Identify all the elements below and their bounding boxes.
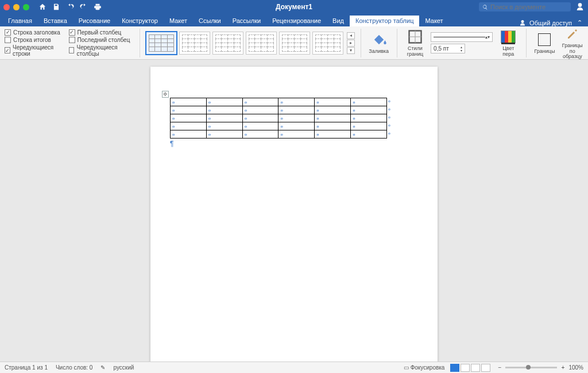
table-style-4[interactable]	[246, 32, 277, 55]
tab-refs[interactable]: Ссылки	[193, 16, 227, 26]
maximize-button[interactable]	[23, 4, 29, 10]
search-box[interactable]	[479, 2, 571, 11]
table-style-6[interactable]	[312, 32, 343, 55]
page-count[interactable]: Страница 1 из 1	[5, 364, 48, 371]
table-cell[interactable]	[315, 130, 351, 139]
table-cell[interactable]	[278, 106, 315, 114]
focus-mode-button[interactable]: ▭ Фокусировка	[404, 364, 445, 371]
line-weight-select[interactable]: 0,5 пт▴▾	[431, 44, 465, 53]
table-cell[interactable]: ¤	[351, 130, 387, 139]
line-style-select[interactable]: ▴▾	[431, 32, 493, 42]
view-print[interactable]	[450, 364, 459, 372]
check-header-row-label: Строка заголовка	[13, 29, 60, 36]
check-total-row[interactable]: Строка итогов	[5, 37, 65, 43]
check-first-col[interactable]: Первый столбец	[69, 29, 134, 36]
language-indicator[interactable]: русский	[113, 364, 134, 371]
pen-color-button[interactable]: Цвет пера	[496, 29, 520, 57]
table-cell[interactable]	[206, 122, 242, 130]
table-cell[interactable]	[278, 114, 315, 122]
table-cell[interactable]	[315, 114, 351, 122]
undo-icon[interactable]	[66, 3, 74, 11]
titlebar: Документ1	[0, 0, 588, 14]
tab-review[interactable]: Рецензирование	[266, 16, 327, 26]
tab-draw[interactable]: Рисование	[73, 16, 116, 26]
tab-design[interactable]: Конструктор	[116, 16, 164, 26]
table-style-2[interactable]	[179, 32, 210, 55]
spellcheck-icon[interactable]: ✎	[100, 364, 105, 371]
border-painter-button[interactable]: Границыпо образцу	[560, 26, 585, 60]
check-last-col[interactable]: Последний столбец	[69, 37, 134, 43]
borders-label: Границы	[534, 49, 555, 55]
table-style-1[interactable]	[146, 32, 177, 55]
home-icon[interactable]	[38, 3, 47, 11]
ribbon-tabs: Главная Вставка Рисование Конструктор Ма…	[0, 14, 588, 26]
window-controls	[3, 4, 29, 10]
table-cell[interactable]	[206, 106, 242, 114]
table-cell[interactable]	[315, 106, 351, 114]
print-icon[interactable]	[94, 3, 102, 11]
table-cell[interactable]	[278, 98, 315, 106]
tab-layout[interactable]: Макет	[164, 16, 193, 26]
view-web[interactable]	[461, 364, 470, 372]
borders-button[interactable]: Границы	[532, 32, 556, 55]
table-cell[interactable]	[171, 106, 207, 114]
search-input[interactable]	[490, 3, 567, 10]
table-cell[interactable]	[242, 106, 278, 114]
table-cell[interactable]	[278, 130, 315, 139]
view-draft[interactable]	[481, 364, 490, 372]
tab-insert[interactable]: Вставка	[38, 16, 73, 26]
table-cell[interactable]	[242, 122, 278, 130]
table-cell[interactable]	[242, 114, 278, 122]
shading-button[interactable]: Заливка	[367, 32, 391, 55]
share-icon	[519, 20, 526, 26]
zoom-out[interactable]: −	[496, 364, 503, 371]
zoom-in[interactable]: +	[559, 364, 566, 371]
table-cell[interactable]	[242, 98, 278, 106]
tab-mail[interactable]: Рассылки	[227, 16, 266, 26]
save-icon[interactable]	[52, 3, 60, 11]
zoom-value[interactable]: 100%	[568, 364, 583, 371]
user-icon[interactable]	[575, 2, 585, 11]
table-cell[interactable]	[171, 122, 207, 130]
tab-table-design[interactable]: Конструктор таблиц	[350, 16, 419, 26]
redo-icon[interactable]	[80, 3, 88, 11]
minimize-button[interactable]	[13, 4, 20, 10]
style-more[interactable]: ▾	[347, 47, 355, 54]
table-cell[interactable]	[171, 98, 207, 106]
zoom-slider[interactable]	[505, 367, 557, 368]
style-next[interactable]: ▸	[347, 40, 355, 47]
table-move-handle[interactable]: ✥	[162, 91, 169, 98]
page[interactable]: ✥ ¤¤¤¤¤ ¶	[150, 67, 438, 362]
table-cell[interactable]	[171, 114, 207, 122]
zoom-control: − + 100%	[496, 364, 583, 371]
border-styles-button[interactable]: Стили границ	[403, 29, 427, 57]
border-styles-icon	[407, 29, 423, 45]
line-weight-value: 0,5 пт	[434, 45, 449, 52]
table-style-3[interactable]	[212, 32, 243, 55]
tab-table-layout[interactable]: Макет	[419, 16, 448, 26]
table-cell[interactable]	[278, 122, 315, 130]
table-cell[interactable]	[206, 130, 242, 139]
table-cell[interactable]	[206, 98, 242, 106]
table-cell[interactable]	[315, 122, 351, 130]
style-prev[interactable]: ◂	[347, 32, 355, 39]
document-table[interactable]: ¤¤¤¤¤	[170, 98, 387, 139]
table-style-5[interactable]	[279, 32, 310, 55]
table-cell[interactable]: ¤	[351, 122, 387, 130]
check-header-row[interactable]: Строка заголовка	[5, 29, 65, 36]
check-banded-rows[interactable]: Чередующиеся строки	[5, 44, 65, 57]
table-cell[interactable]	[171, 130, 207, 139]
tab-main[interactable]: Главная	[2, 16, 38, 26]
view-outline[interactable]	[471, 364, 480, 372]
table-style-gallery: ◂ ▸ ▾	[146, 32, 355, 55]
table-cell[interactable]	[315, 98, 351, 106]
tab-view[interactable]: Вид	[327, 16, 350, 26]
close-button[interactable]	[3, 4, 10, 10]
table-cell[interactable]	[242, 130, 278, 139]
table-cell[interactable]: ¤	[351, 114, 387, 122]
check-banded-cols[interactable]: Чередующиеся столбцы	[69, 44, 134, 57]
table-cell[interactable]: ¤	[351, 106, 387, 114]
table-cell[interactable]: ¤	[351, 98, 387, 106]
table-cell[interactable]	[206, 114, 242, 122]
word-count[interactable]: Число слов: 0	[56, 364, 92, 371]
